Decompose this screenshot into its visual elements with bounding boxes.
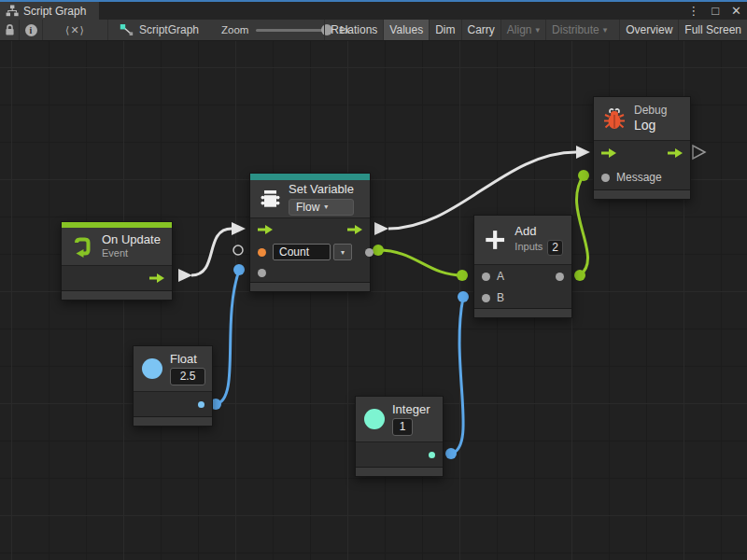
set-variable-icon	[259, 188, 281, 210]
unconnected-port-circle[interactable]	[233, 245, 243, 255]
value-out-port[interactable]	[365, 248, 374, 257]
graph-canvas[interactable]: On Update Event Set Variable	[0, 41, 747, 560]
unconnected-flow-triangle[interactable]	[693, 146, 705, 159]
plus-icon	[483, 227, 507, 253]
sum-out-port[interactable]	[556, 273, 564, 281]
toolbar-button-values[interactable]: Values	[383, 20, 429, 40]
button-label: Dim	[435, 23, 455, 36]
variable-accent-bar	[250, 174, 370, 180]
float-type-icon	[142, 358, 162, 379]
node-title: Add	[514, 224, 563, 239]
node-footer	[250, 282, 370, 291]
toolbar-button-dim[interactable]: Dim	[429, 20, 460, 40]
node-title: Float	[170, 352, 205, 367]
variable-name-dropdown-button[interactable]: ▾	[333, 244, 352, 260]
variable-kind-dropdown[interactable]: Flow ▾	[289, 199, 354, 216]
inputs-count-field[interactable]: 2	[547, 240, 563, 256]
toolbar-button-overview[interactable]: Overview	[619, 20, 678, 40]
node-debug-log[interactable]: Debug Log Message	[593, 96, 691, 200]
node-on-update[interactable]: On Update Event	[61, 221, 173, 301]
float-out-port[interactable]	[198, 401, 204, 408]
tab-title: Script Graph	[23, 5, 86, 18]
button-label: Full Screen	[684, 23, 741, 36]
flow-in-port[interactable]	[258, 225, 273, 234]
loop-event-icon	[70, 234, 94, 259]
message-port-label: Message	[616, 171, 662, 184]
toolbar-toggle-group: Relations Values Dim Carry Align ▾ Distr…	[324, 20, 747, 40]
wire-value-integer-add-b[interactable]	[451, 298, 463, 454]
wire-endpoint	[233, 264, 245, 275]
integer-type-icon	[364, 409, 385, 429]
wire-endpoint	[445, 448, 457, 459]
node-footer	[356, 467, 443, 476]
chevron-down-icon: ▾	[536, 25, 541, 35]
integer-value-field[interactable]: 1	[392, 418, 413, 436]
wire-arrowhead	[178, 269, 192, 282]
input-a-label: A	[497, 270, 504, 283]
flow-out-port[interactable]	[668, 148, 683, 158]
wire-flow-onupdate-setvariable[interactable]	[191, 229, 232, 275]
info-icon: i	[25, 24, 37, 36]
lock-button[interactable]	[0, 20, 20, 40]
chevron-down-icon: ▾	[603, 25, 608, 35]
clear-errors-button[interactable]: ⟨✕⟩	[43, 20, 108, 40]
variable-name-dropdown[interactable]: Count ▾	[273, 244, 352, 260]
button-label: Align	[507, 23, 532, 36]
chevron-down-icon: ▾	[341, 248, 345, 257]
code-brackets-icon: ⟨✕⟩	[65, 24, 85, 36]
input-b-port[interactable]	[482, 294, 490, 302]
toolbar-button-align[interactable]: Align ▾	[500, 20, 545, 40]
graph-breadcrumb[interactable]: ScriptGraph	[120, 20, 199, 40]
wire-value-float-setvariable[interactable]	[216, 271, 239, 404]
integer-out-port[interactable]	[429, 452, 435, 458]
node-set-variable[interactable]: Set Variable Flow ▾ Count	[249, 173, 371, 292]
toolbar-button-relations[interactable]: Relations	[324, 20, 383, 40]
variable-name-value[interactable]: Count	[273, 244, 331, 260]
graph-toolbar: i ⟨✕⟩ ScriptGraph Zoom 1x Relations Valu…	[0, 20, 747, 41]
input-a-port[interactable]	[482, 273, 490, 281]
button-label: Relations	[331, 23, 377, 36]
debug-bug-icon	[602, 106, 627, 131]
toolbar-button-distribute[interactable]: Distribute ▾	[545, 20, 613, 40]
message-in-port[interactable]	[601, 174, 610, 182]
tab-script-graph[interactable]: Script Graph	[0, 2, 99, 20]
wire-value-setvariable-add-a[interactable]	[378, 250, 462, 275]
node-integer-literal[interactable]: Integer 1	[355, 396, 444, 477]
zoom-slider[interactable]	[256, 29, 331, 32]
node-footer	[594, 189, 690, 199]
value-in-port[interactable]	[258, 269, 266, 277]
window-menu-icon[interactable]: ⋮	[687, 2, 699, 20]
wire-arrowhead	[374, 222, 388, 235]
window-maximize-icon[interactable]: □	[712, 2, 719, 20]
variable-name-port[interactable]	[258, 248, 266, 257]
flow-in-port[interactable]	[601, 148, 616, 158]
wire-endpoint	[457, 270, 468, 281]
window-close-icon[interactable]: ✕	[731, 2, 741, 20]
script-graph-icon	[120, 23, 134, 36]
node-title: Integer	[392, 402, 430, 417]
node-category: Debug	[634, 104, 667, 118]
float-value-field[interactable]: 2.5	[170, 368, 205, 385]
flow-out-port[interactable]	[347, 225, 362, 234]
toolbar-button-full-screen[interactable]: Full Screen	[678, 20, 747, 40]
flow-out-port[interactable]	[149, 273, 164, 283]
wire-endpoint	[578, 170, 589, 181]
wire-endpoint	[458, 291, 469, 302]
node-footer	[134, 416, 212, 426]
info-button[interactable]: i	[20, 20, 43, 40]
node-subtitle: Event	[102, 247, 161, 260]
graph-name-label: ScriptGraph	[139, 23, 199, 36]
inputs-label: Inputs	[514, 241, 543, 254]
wire-value-add-debug-message[interactable]	[577, 175, 588, 275]
node-title: Set Variable	[289, 182, 354, 197]
button-label: Values	[389, 23, 423, 36]
chevron-down-icon: ▾	[324, 200, 328, 215]
node-title: On Update	[102, 232, 161, 247]
node-float-literal[interactable]: Float 2.5	[133, 345, 213, 427]
node-footer	[474, 308, 571, 317]
wire-arrowhead	[576, 146, 590, 159]
toolbar-button-carry[interactable]: Carry	[461, 20, 500, 40]
node-add[interactable]: Add Inputs 2 A B	[473, 215, 572, 318]
button-label: Carry	[468, 23, 495, 36]
tab-bar: Script Graph ⋮ □ ✕	[0, 2, 747, 20]
